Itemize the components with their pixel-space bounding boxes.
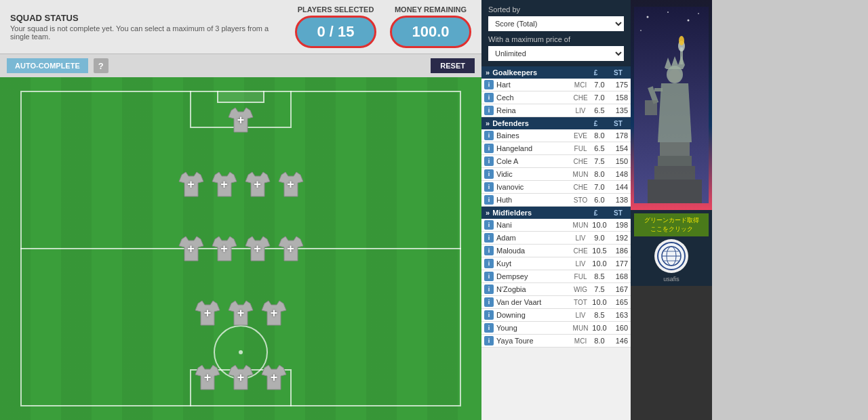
plus-icon-att1: + <box>204 306 212 320</box>
player-row-cole[interactable]: i Cole A CHE 7.5 150 <box>481 155 631 168</box>
player-price-hangeland: 6.5 <box>590 144 609 152</box>
player-slot-mid4[interactable]: + <box>276 234 306 264</box>
auto-complete-button[interactable]: AUTO-COMPLETE <box>7 58 88 73</box>
player-info-btn-vandervaart[interactable]: i <box>484 297 494 307</box>
player-info-btn-cech[interactable]: i <box>484 93 494 102</box>
player-name-cech: Cech <box>496 93 571 102</box>
player-score-malouda: 186 <box>609 247 628 255</box>
player-row-ivanovic[interactable]: i Ivanovic CHE 7.0 144 <box>481 181 631 194</box>
player-info-btn-malouda[interactable]: i <box>484 246 494 255</box>
player-price-dempsey: 8.5 <box>590 272 609 280</box>
player-slot-fwd3[interactable]: + <box>259 362 289 392</box>
player-slot-fwd2[interactable]: + <box>226 362 256 392</box>
def-arrow-icon: » <box>486 119 490 127</box>
help-button[interactable]: ? <box>94 58 108 73</box>
player-slot-def3[interactable]: + <box>243 169 273 199</box>
player-team-nzogbia: WIG <box>571 286 590 293</box>
player-info-btn-hangeland[interactable]: i <box>484 144 494 153</box>
player-info-btn-kuyt[interactable]: i <box>484 259 494 268</box>
goalkeepers-header[interactable]: » Goalkeepers £ ST <box>481 66 631 79</box>
shirt-def1: + <box>176 169 206 199</box>
players-selected-block: PLAYERS SELECTED 0 / 15 <box>295 5 376 48</box>
player-list: » Goalkeepers £ ST i Hart MCI 7.0 175 i … <box>481 66 631 420</box>
ad-panel: グリーンカード取得 ここをクリック usafis <box>631 0 712 420</box>
mid-col-price: £ <box>587 209 604 217</box>
sort-select[interactable]: Score (Total) <box>488 16 624 31</box>
price-label: With a maximum price of <box>488 35 624 43</box>
player-row-adam[interactable]: i Adam LIV 9.0 192 <box>481 232 631 245</box>
shirt-def4: + <box>276 169 306 199</box>
player-info-btn-yayatoure[interactable]: i <box>484 336 494 345</box>
player-info-btn-downing[interactable]: i <box>484 310 494 320</box>
player-slot-att3[interactable]: + <box>259 298 289 328</box>
player-row-vidic[interactable]: i Vidic MUN 8.0 148 <box>481 168 631 181</box>
player-score-nani: 198 <box>609 221 628 229</box>
shirt-mid4: + <box>276 234 306 264</box>
player-team-young: MUN <box>571 324 590 332</box>
player-info-btn-hart[interactable]: i <box>484 80 494 89</box>
player-slot-att2[interactable]: + <box>226 298 256 328</box>
player-price-hart: 7.0 <box>590 81 609 89</box>
player-info-btn-vidic[interactable]: i <box>484 169 494 179</box>
player-info-btn-nani[interactable]: i <box>484 220 494 230</box>
player-row-hangeland[interactable]: i Hangeland FUL 6.5 154 <box>481 142 631 155</box>
player-row-huth[interactable]: i Huth STO 6.0 138 <box>481 194 631 207</box>
player-slot-fwd1[interactable]: + <box>193 362 222 392</box>
player-info-btn-ivanovic[interactable]: i <box>484 182 494 192</box>
player-row-downing[interactable]: i Downing LIV 8.5 163 <box>481 309 631 322</box>
player-info-btn-adam[interactable]: i <box>484 233 494 243</box>
player-price-kuyt: 10.0 <box>590 259 609 268</box>
player-score-adam: 192 <box>609 234 628 242</box>
player-info-btn-young[interactable]: i <box>484 323 494 333</box>
player-row-yayatoure[interactable]: i Yaya Toure MCI 8.0 146 <box>481 335 631 348</box>
player-slot-mid1[interactable]: + <box>176 234 206 264</box>
player-name-young: Young <box>496 324 571 332</box>
player-price-baines: 8.0 <box>590 131 609 140</box>
player-row-malouda[interactable]: i Malouda CHE 10.5 186 <box>481 245 631 257</box>
player-info-btn-dempsey[interactable]: i <box>484 272 494 281</box>
player-row-nani[interactable]: i Nani MUN 10.0 198 <box>481 219 631 232</box>
player-row-baines[interactable]: i Baines EVE 8.0 178 <box>481 129 631 142</box>
shirt-def2: + <box>210 169 239 199</box>
player-info-btn-cole[interactable]: i <box>484 156 494 166</box>
player-slot-gk[interactable]: + <box>226 105 256 135</box>
players-layout: + + + <box>0 77 481 420</box>
player-team-downing: LIV <box>571 312 590 319</box>
player-info-btn-nzogbia[interactable]: i <box>484 285 494 294</box>
usafis-box[interactable]: グリーンカード取得 ここをクリック usafis <box>631 210 712 286</box>
player-team-yayatoure: MCI <box>571 337 590 345</box>
ad-image[interactable] <box>631 0 712 210</box>
player-row-nzogbia[interactable]: i N'Zogbia WIG 7.5 167 <box>481 283 631 296</box>
reset-button[interactable]: RESET <box>431 58 475 73</box>
price-select[interactable]: Unlimited <box>488 46 624 61</box>
player-slot-att1[interactable]: + <box>193 298 222 328</box>
midfielders-header[interactable]: » Midfielders £ ST <box>481 207 631 219</box>
player-score-dempsey: 168 <box>609 272 628 280</box>
player-row-dempsey[interactable]: i Dempsey FUL 8.5 168 <box>481 270 631 283</box>
right-panel: Sorted by Score (Total) With a maximum p… <box>481 0 631 420</box>
defenders-header[interactable]: » Defenders £ ST <box>481 117 631 129</box>
player-info-btn-baines[interactable]: i <box>484 131 494 140</box>
player-slot-def1[interactable]: + <box>176 169 206 199</box>
player-info-btn-reina[interactable]: i <box>484 106 494 115</box>
green-card-line1: グリーンカード取得 <box>637 216 706 225</box>
player-slot-def2[interactable]: + <box>210 169 239 199</box>
player-slot-mid3[interactable]: + <box>243 234 273 264</box>
player-slot-def4[interactable]: + <box>276 169 306 199</box>
player-row-reina[interactable]: i Reina LIV 6.5 135 <box>481 104 631 117</box>
att1-row: + + + <box>7 298 475 328</box>
player-row-hart[interactable]: i Hart MCI 7.0 175 <box>481 79 631 91</box>
mid-section-label: Midfielders <box>492 209 532 217</box>
player-team-reina: LIV <box>571 107 590 114</box>
player-price-vidic: 8.0 <box>590 170 609 178</box>
player-row-kuyt[interactable]: i Kuyt LIV 10.0 177 <box>481 257 631 270</box>
green-card-text[interactable]: グリーンカード取得 ここをクリック <box>634 213 709 236</box>
player-slot-mid2[interactable]: + <box>210 234 239 264</box>
usafis-label: usafis <box>663 276 679 282</box>
player-info-btn-huth[interactable]: i <box>484 195 494 205</box>
svg-point-1 <box>647 16 649 18</box>
player-row-young[interactable]: i Young MUN 10.0 160 <box>481 322 631 335</box>
player-row-cech[interactable]: i Cech CHE 7.0 158 <box>481 91 631 104</box>
player-name-kuyt: Kuyt <box>496 259 571 268</box>
player-row-vandervaart[interactable]: i Van der Vaart TOT 10.0 165 <box>481 296 631 309</box>
